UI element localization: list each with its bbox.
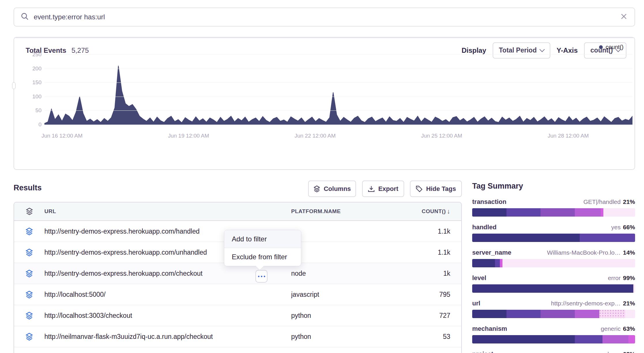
- stack-icon[interactable]: [14, 312, 44, 320]
- row-platform[interactable]: node: [291, 270, 424, 277]
- tag-distribution-bar[interactable]: [472, 259, 635, 267]
- sidebar-collapse-handle[interactable]: [12, 82, 16, 89]
- y-axis-tick: 250: [18, 51, 42, 58]
- menu-item-exclude-from-filter[interactable]: Exclude from filter: [224, 248, 301, 266]
- tag-bar-segment[interactable]: [472, 284, 633, 293]
- header-count-label: COUNT(): [422, 208, 446, 215]
- tag-distribution-bar[interactable]: [472, 310, 635, 318]
- menu-item-add-to-filter[interactable]: Add to filter: [224, 230, 301, 248]
- tag-bar-segment[interactable]: [601, 208, 603, 217]
- tag-bar-segment[interactable]: [472, 208, 506, 217]
- tag-bar-segment[interactable]: [541, 310, 575, 318]
- header-url[interactable]: URL: [44, 208, 291, 215]
- tag-bar-segment[interactable]: [472, 259, 495, 267]
- row-count: 1k: [424, 270, 461, 277]
- tag-distribution-bar[interactable]: [472, 234, 635, 242]
- tag-bar-segment[interactable]: [580, 234, 635, 242]
- tag-distribution-bar[interactable]: [472, 208, 635, 217]
- tag-bar-segment[interactable]: [625, 310, 635, 318]
- export-button[interactable]: Export: [362, 181, 404, 197]
- tag-bar-segment[interactable]: [495, 259, 500, 267]
- download-icon: [368, 185, 375, 192]
- tag-top-percent: 21%: [623, 300, 635, 307]
- table-row[interactable]: http://localhost:3003/checkout python 72…: [14, 305, 461, 326]
- row-count: 727: [424, 312, 461, 320]
- tag-bar-segment[interactable]: [599, 310, 625, 318]
- tag-summary-panel: Tag Summary transaction GET|/handled 21%…: [472, 182, 635, 353]
- tag-bar-segment[interactable]: [603, 208, 635, 217]
- row-platform[interactable]: javascript: [291, 291, 424, 298]
- stack-icon[interactable]: [14, 228, 44, 235]
- stack-icon[interactable]: [14, 333, 44, 341]
- tag-distribution-bar[interactable]: [472, 335, 635, 343]
- header-platform[interactable]: PLATFORM.NAME: [291, 208, 424, 215]
- search-query[interactable]: event.type:error has:url: [34, 13, 620, 21]
- row-url[interactable]: http://localhost:5000/: [44, 291, 291, 298]
- tag-distribution-bar[interactable]: [472, 284, 635, 293]
- tag-label: handled: [472, 224, 496, 231]
- y-axis-tick: 0: [18, 121, 42, 128]
- row-platform[interactable]: python: [291, 333, 424, 341]
- columns-button[interactable]: Columns: [308, 181, 356, 197]
- gridline: [44, 110, 632, 111]
- x-axis-tick: Jun 19 12:00 AM: [168, 133, 209, 139]
- stack-icon[interactable]: [14, 270, 44, 277]
- tag-label: server_name: [472, 249, 511, 256]
- sort-desc-icon: ↓: [447, 208, 451, 215]
- results-table: URL PLATFORM.NAME COUNT() ↓ http://sentr…: [14, 202, 462, 353]
- hide-tags-button[interactable]: Hide Tags: [410, 181, 462, 197]
- search-bar[interactable]: event.type:error has:url: [14, 7, 635, 27]
- tag-bar-segment[interactable]: [575, 310, 599, 318]
- tag-bar-segment[interactable]: [633, 284, 635, 293]
- stack-icon: [14, 208, 44, 215]
- row-url[interactable]: http://localhost:3003/checkout: [44, 312, 291, 320]
- tag-bar-segment[interactable]: [502, 259, 635, 267]
- gridline: [44, 125, 632, 125]
- tag-label: level: [472, 274, 486, 282]
- export-button-label: Export: [378, 185, 398, 193]
- results-title: Results: [14, 183, 42, 192]
- tag-bar-segment[interactable]: [541, 208, 575, 217]
- tag-bar-segment[interactable]: [500, 259, 502, 267]
- row-url[interactable]: http://neilmanvar-flask-m3uuizd7iq-uc.a.…: [44, 333, 291, 341]
- tag-top-value: error: [608, 275, 621, 281]
- tag-top-value: express-demo: [582, 351, 621, 353]
- tag-bar-segment[interactable]: [602, 335, 628, 343]
- tag-entry: server_name Williams-MacBook-Pro.lo… 14%: [472, 249, 635, 267]
- tag-bar-segment[interactable]: [506, 208, 541, 217]
- tag-label: mechanism: [472, 325, 507, 333]
- close-icon[interactable]: [620, 13, 628, 21]
- tag-entry: project express-demo 63%: [472, 350, 635, 353]
- tag-bar-segment[interactable]: [472, 310, 506, 318]
- row-platform[interactable]: python: [291, 312, 424, 320]
- row-count: 795: [424, 291, 461, 298]
- events-chart-panel: count() Total Events 5,275 Display Total…: [14, 37, 635, 170]
- tag-top-value: yes: [611, 224, 621, 231]
- tag-top-percent: 63%: [623, 351, 635, 353]
- row-count: 53: [424, 333, 461, 341]
- tag-entry: url http://sentry-demos-exp… 21%: [472, 300, 635, 318]
- header-count[interactable]: COUNT() ↓: [424, 208, 461, 215]
- event-count-area-chart[interactable]: [44, 50, 632, 125]
- search-icon: [20, 12, 29, 22]
- gridline: [44, 97, 632, 97]
- tag-bar-segment[interactable]: [472, 234, 580, 242]
- tag-entry: mechanism generic 63%: [472, 325, 635, 343]
- tag-bar-segment[interactable]: [575, 335, 602, 343]
- tag-top-percent: 14%: [623, 249, 635, 256]
- table-row[interactable]: http://neilmanvar-flask-m3uuizd7iq-uc.a.…: [14, 326, 461, 347]
- tag-top-percent: 63%: [623, 325, 635, 332]
- row-actions-button[interactable]: [255, 270, 268, 283]
- stack-icon[interactable]: [14, 291, 44, 298]
- tag-bar-segment[interactable]: [628, 335, 635, 343]
- tag-top-value: http://sentry-demos-exp…: [551, 300, 621, 307]
- tag-top-percent: 66%: [623, 224, 635, 231]
- tag-bar-segment[interactable]: [575, 208, 601, 217]
- table-row[interactable]: http://localhost:5000/ javascript 795: [14, 284, 461, 305]
- y-axis-tick: 50: [18, 107, 42, 114]
- tag-bar-segment[interactable]: [472, 335, 575, 343]
- row-url[interactable]: http://sentry-demos-express.herokuapp.co…: [44, 270, 291, 277]
- stack-icon[interactable]: [14, 249, 44, 256]
- tag-bar-segment[interactable]: [506, 310, 541, 318]
- tag-icon: [416, 185, 423, 192]
